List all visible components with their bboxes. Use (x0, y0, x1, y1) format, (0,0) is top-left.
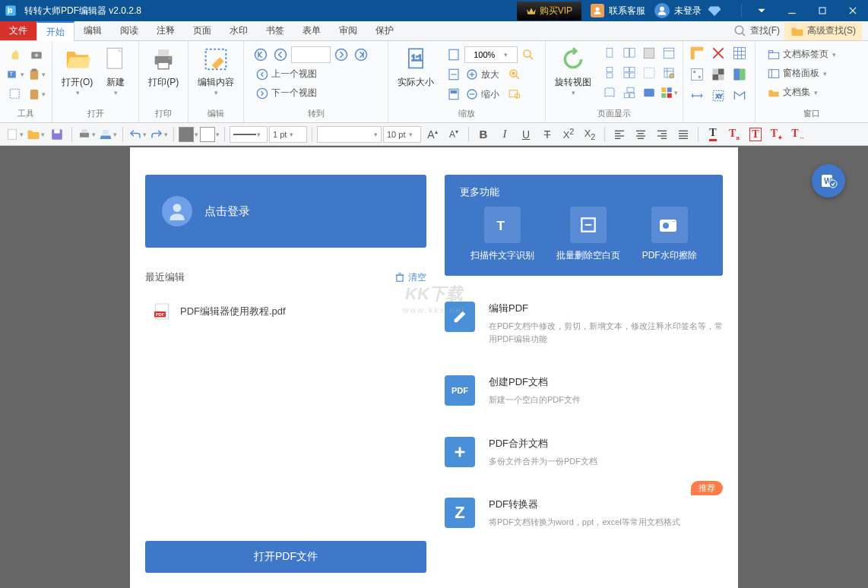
menu-tab-page[interactable]: 页面 (184, 21, 220, 40)
rotate-view-button[interactable]: 旋转视图▾ (550, 44, 596, 98)
subscript-icon[interactable]: X2 (580, 125, 600, 144)
new-button[interactable]: 新建▾ (97, 44, 134, 98)
page-layout2-icon[interactable] (660, 44, 678, 62)
snap-icon[interactable] (688, 65, 706, 84)
open-button[interactable]: 打开(O)▾ (57, 44, 97, 98)
menu-tab-read[interactable]: 阅读 (111, 21, 147, 40)
underline-icon[interactable]: U (516, 125, 536, 144)
italic-icon[interactable]: I (495, 125, 515, 144)
action-merge-pdf[interactable]: PDF合并文档多份文件合并为一份PDF文档 (445, 437, 723, 468)
contact-support-button[interactable]: 联系客服 (591, 4, 645, 17)
text-effect-icon[interactable]: T✦ (767, 125, 787, 144)
text-spacing-icon[interactable]: T↔ (788, 125, 808, 144)
menu-tab-annotate[interactable]: 注释 (147, 21, 184, 40)
marquee-zoom-icon[interactable] (519, 46, 537, 64)
facing-icon[interactable] (620, 44, 638, 62)
menu-tab-form[interactable]: 表单 (293, 21, 330, 40)
thumbnail-icon[interactable]: ▾ (660, 84, 678, 102)
scanner-icon[interactable]: ▾ (98, 125, 118, 144)
snapshot-icon[interactable] (27, 46, 46, 64)
recent-file-item[interactable]: PDF PDF编辑器使用教程.pdf (145, 302, 426, 321)
actual-size-button[interactable]: 1:1 实际大小 (393, 44, 439, 90)
align-center-icon[interactable] (631, 125, 651, 144)
next-page-icon[interactable] (332, 46, 350, 64)
show-gaps-icon[interactable] (640, 64, 658, 82)
login-status-button[interactable]: 未登录 (654, 3, 721, 18)
transparency-grid-icon[interactable] (709, 65, 727, 84)
loupe-icon[interactable] (505, 85, 524, 103)
shrink-font-icon[interactable]: A▾ (444, 125, 464, 144)
zoom-in-button[interactable]: 放大 (464, 66, 503, 84)
print-button[interactable]: 打印(P) (144, 44, 183, 90)
align-left-icon[interactable] (610, 125, 629, 144)
feature-watermark[interactable]: ~ PDF水印擦除 (642, 207, 697, 262)
minimize-button[interactable] (777, 0, 807, 21)
menu-tab-file[interactable]: 文件 (0, 21, 36, 40)
save-icon[interactable] (47, 125, 67, 144)
word-export-float-button[interactable]: W (812, 164, 845, 198)
font-color-icon[interactable]: T (703, 125, 723, 144)
menu-tab-protect[interactable]: 保护 (366, 21, 403, 40)
menu-tab-watermark[interactable]: 水印 (220, 21, 257, 40)
prev-page-icon[interactable] (271, 46, 290, 64)
page-layout-icon[interactable] (640, 44, 658, 62)
ruler-icon[interactable] (688, 44, 706, 62)
open-pdf-button[interactable]: 打开PDF文件 (145, 541, 426, 573)
print2-icon[interactable]: ▾ (77, 125, 97, 144)
login-card-button[interactable]: 点击登录 (145, 175, 426, 248)
fullscreen-icon[interactable] (640, 84, 658, 102)
hand-tool-icon[interactable] (6, 46, 24, 64)
menu-tab-review[interactable]: 审阅 (330, 21, 366, 40)
new-doc-icon[interactable]: ▾ (5, 125, 24, 144)
maximize-button[interactable] (807, 0, 838, 21)
page-number-input[interactable] (291, 46, 331, 63)
clipboard2-icon[interactable]: ▾ (27, 85, 46, 103)
magnifier-icon[interactable] (505, 65, 524, 84)
superscript-icon[interactable]: X2 (559, 125, 578, 144)
line-style-combo[interactable]: ▾ (230, 126, 268, 143)
fill-color-swatch[interactable]: ▾ (179, 125, 198, 144)
last-page-icon[interactable] (352, 46, 370, 64)
font-size-combo[interactable]: 10 pt ▾ (383, 126, 421, 143)
clipboard-icon[interactable]: ▾ (27, 65, 46, 84)
color-sample-icon[interactable] (730, 65, 749, 84)
buy-vip-button[interactable]: 购买VIP (517, 2, 581, 21)
menu-tab-start[interactable]: 开始 (36, 21, 74, 41)
doc-tab-button[interactable]: 文档标签页 ▾ (763, 46, 860, 63)
menu-tab-edit[interactable]: 编辑 (74, 21, 111, 40)
font-family-combo[interactable]: ▾ (317, 126, 382, 143)
single-page-icon[interactable] (600, 44, 619, 62)
first-page-icon[interactable] (252, 46, 270, 64)
fit-width-icon[interactable] (445, 65, 463, 84)
open-folder-icon[interactable]: ▾ (26, 125, 46, 144)
zoom-level-input[interactable]: ▾ (464, 46, 518, 63)
stroke-width-combo[interactable]: 1 pt ▾ (269, 126, 307, 143)
fit-visible-icon[interactable] (445, 85, 463, 103)
grid2-icon[interactable] (730, 44, 749, 62)
stroke-color-swatch[interactable]: ▾ (200, 125, 220, 144)
find-button[interactable]: 查找(F) (729, 24, 784, 38)
docset-button[interactable]: 文档集 ▾ (763, 84, 860, 101)
close-button[interactable] (838, 0, 868, 21)
align-right-icon[interactable] (652, 125, 672, 144)
grid-icon[interactable] (660, 64, 678, 82)
options-dropdown-button[interactable] (746, 0, 777, 21)
prev-view-button[interactable]: 上一个视图 (252, 65, 370, 83)
panel-button[interactable]: 窗格面板 ▾ (763, 65, 860, 82)
fit-page-icon[interactable] (445, 46, 463, 64)
distance-tool-icon[interactable] (688, 87, 706, 105)
perimeter-icon[interactable] (730, 87, 749, 105)
text-style-icon[interactable]: T (746, 125, 765, 144)
continuous-icon[interactable] (600, 64, 619, 82)
clear-recent-button[interactable]: 清空 (394, 271, 426, 284)
bold-icon[interactable]: B (474, 125, 493, 144)
continuous-facing-icon[interactable] (620, 64, 638, 82)
edit-content-button[interactable]: 编辑内容▾ (193, 44, 239, 98)
strikethrough-icon[interactable]: T (537, 125, 557, 144)
guides-icon[interactable] (709, 44, 727, 62)
cover-icon[interactable] (620, 84, 638, 102)
undo-icon[interactable]: ▾ (128, 125, 147, 144)
zoom-out-button[interactable]: 缩小 (464, 86, 503, 103)
redo-icon[interactable]: ▾ (149, 125, 169, 144)
text-select-icon[interactable]: T▾ (6, 65, 24, 84)
